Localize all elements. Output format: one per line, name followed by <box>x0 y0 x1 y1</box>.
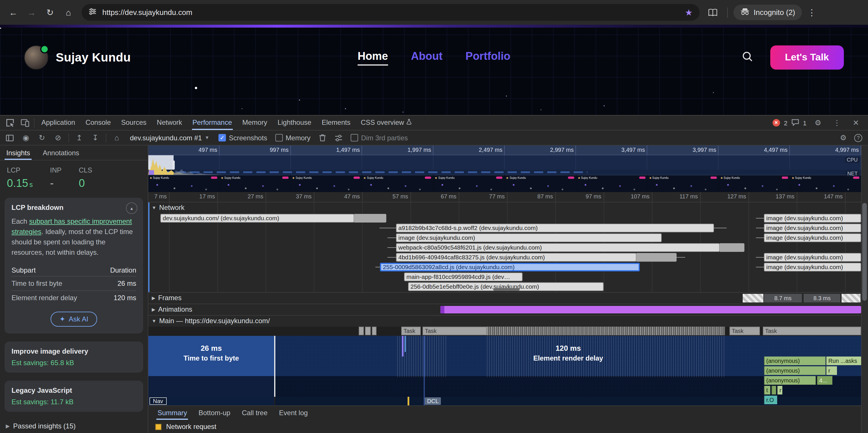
metric-lcp[interactable]: LCP 0.15s <box>7 166 33 190</box>
devtools-tab-lighthouse[interactable]: Lighthouse <box>273 116 316 130</box>
bookmark-star-icon[interactable]: ★ <box>685 7 693 18</box>
record-button[interactable]: ◉ <box>19 131 33 145</box>
devtools-tab-css-overview[interactable]: CSS overview <box>355 116 417 130</box>
live-metrics-icon[interactable]: ⌂ <box>109 131 124 145</box>
lcp-breakdown-card[interactable]: LCP breakdown ▴ Each subpart has specifi… <box>5 198 143 334</box>
filmstrip-frame[interactable]: Sujay Kundu <box>790 175 861 192</box>
idle-frame-hatch[interactable] <box>743 294 764 303</box>
search-icon[interactable] <box>742 51 753 64</box>
network-request-bar[interactable]: image (dev.sujaykundu.com) <box>764 263 861 271</box>
network-request-bar[interactable]: image (dev.sujaykundu.com) <box>764 234 861 242</box>
help-icon[interactable]: ? <box>854 134 862 142</box>
network-request-bar[interactable]: image (dev.sujaykundu.com) <box>764 253 861 261</box>
bottom-tab-call-tree[interactable]: Call tree <box>236 406 273 420</box>
flame-entry[interactable]: t <box>764 386 770 395</box>
network-request-bar[interactable]: image (dev.sujaykundu.com) <box>764 224 861 232</box>
flame-entry[interactable]: (anonymous) <box>764 366 826 375</box>
load-profile-icon[interactable]: ↥ <box>72 131 87 145</box>
avatar[interactable] <box>24 45 48 69</box>
address-bar[interactable]: https://dev.sujaykundu.com ★ <box>82 4 700 21</box>
devtools-tab-application[interactable]: Application <box>36 116 80 130</box>
insight-card-legacy-js[interactable]: Legacy JavaScript Est savings: 11.7 kB <box>5 381 143 412</box>
frame-duration-box[interactable]: 8.3 ms <box>804 294 840 303</box>
vertical-scrollbar[interactable] <box>861 146 868 433</box>
animations-track-header[interactable]: ▶ Animations <box>152 305 192 313</box>
overview-dim-region[interactable] <box>174 155 861 175</box>
filmstrip-frame[interactable]: Sujay Kundu <box>434 175 504 192</box>
tab-annotations[interactable]: Annotations <box>36 146 86 160</box>
metric-inp[interactable]: INP - <box>50 166 62 190</box>
tab-insights[interactable]: Insights <box>0 146 36 160</box>
network-request-bar[interactable]: dev.sujaykundu.com/ (dev.sujaykundu.com) <box>160 214 354 222</box>
throttling-icon[interactable] <box>331 131 346 145</box>
passed-insights-toggle[interactable]: ▶ Passed insights (15) <box>0 419 148 433</box>
memory-checkbox[interactable]: Memory <box>272 134 314 142</box>
side-panel-icon[interactable] <box>704 4 721 21</box>
filmstrip-frame[interactable]: Sujay Kundu <box>291 175 362 192</box>
browser-menu-kebab-icon[interactable]: ⋮ <box>803 4 820 21</box>
devtools-tab-performance[interactable]: Performance <box>187 116 237 130</box>
metric-cls[interactable]: CLS 0 <box>79 166 92 190</box>
issues-icon[interactable] <box>792 118 799 128</box>
device-toolbar-icon[interactable] <box>17 116 32 130</box>
dcl-marker[interactable]: DCL <box>425 397 441 405</box>
filmstrip-frame[interactable]: Sujay Kundu <box>719 175 790 192</box>
horizontal-scrollbar-thumb[interactable] <box>493 288 520 291</box>
session-selector[interactable]: dev.sujaykundu.com #1 ▼ <box>125 134 214 142</box>
animation-bar[interactable] <box>440 306 861 313</box>
save-profile-icon[interactable]: ↧ <box>88 131 103 145</box>
filmstrip-frame[interactable]: Sujay Kundu <box>648 175 718 192</box>
lets-talk-button[interactable]: Let's Talk <box>770 45 844 69</box>
bottom-tab-summary[interactable]: Summary <box>152 406 193 420</box>
checkbox-unchecked-icon[interactable] <box>351 134 358 142</box>
main-thread-flamechart[interactable]: TaskTaskTaskTask 26 ms Time to first byt… <box>148 327 861 405</box>
network-request-bar[interactable]: image (dev.sujaykundu.com) <box>396 234 662 242</box>
checkbox-unchecked-icon[interactable] <box>275 134 283 142</box>
home-button[interactable]: ⌂ <box>60 4 77 21</box>
filmstrip-frame[interactable]: Sujay Kundu <box>220 175 290 192</box>
garbage-collect-icon[interactable] <box>315 131 330 145</box>
site-settings-icon[interactable] <box>89 7 97 18</box>
record-and-reload-button[interactable]: ↻ <box>34 131 50 145</box>
network-track-header[interactable]: ▼ Network <box>152 204 185 212</box>
error-icon[interactable]: ✕ <box>773 119 780 126</box>
scrollbar-thumb[interactable] <box>862 203 867 301</box>
task-bar[interactable] <box>372 327 376 335</box>
network-request-bar[interactable]: image (dev.sujaykundu.com) <box>764 214 861 222</box>
site-nav-link-portfolio[interactable]: Portfolio <box>466 50 510 65</box>
task-bar[interactable]: Task <box>401 327 421 335</box>
site-nav-link-about[interactable]: About <box>411 50 443 65</box>
task-bar[interactable]: Task <box>423 327 487 335</box>
dim-3rd-parties-checkbox[interactable]: Dim 3rd parties <box>347 134 411 142</box>
flame-entry[interactable]: (anonymous) <box>764 376 816 385</box>
selection-handle-right[interactable] <box>173 160 175 169</box>
error-count[interactable]: 2 <box>784 119 787 126</box>
insight-card-image-delivery[interactable]: Improve image delivery Est savings: 65.8… <box>5 342 143 373</box>
flame-entry[interactable]: 4... <box>817 376 832 385</box>
filmstrip-frame[interactable]: Sujay Kundu <box>505 175 576 192</box>
devtools-tab-console[interactable]: Console <box>80 116 116 130</box>
network-request-bar[interactable]: webpack-c80a509c548f6201.js (dev.sujayku… <box>396 243 720 252</box>
flame-entry[interactable]: (anonymous) <box>764 357 826 365</box>
devtools-tab-sources[interactable]: Sources <box>116 116 152 130</box>
inspect-element-icon[interactable] <box>2 116 17 130</box>
bottom-tab-bottom-up[interactable]: Bottom-up <box>193 406 236 420</box>
flame-entry[interactable]: Run ...asks <box>826 357 861 365</box>
filmstrip-frame[interactable]: Sujay Kundu <box>576 175 647 192</box>
reload-button[interactable]: ↻ <box>41 4 59 21</box>
collapse-chevron-icon[interactable]: ▴ <box>126 203 137 214</box>
forward-button[interactable]: → <box>23 4 40 21</box>
toggle-sidebar-icon[interactable] <box>2 131 17 145</box>
screenshots-checkbox[interactable]: Screenshots <box>215 134 271 142</box>
devtools-close-icon[interactable]: ✕ <box>848 116 863 130</box>
selection-handle-left[interactable] <box>148 160 151 169</box>
network-request-bar[interactable]: a9182b9b43c7c68d-s.p.woff2 (dev.sujaykun… <box>396 224 714 232</box>
nav-marker[interactable]: Nav <box>150 397 167 405</box>
network-request-bar[interactable]: 4bd1b696-409494caf8c83275.js (dev.sujayk… <box>396 253 636 261</box>
back-button[interactable]: ← <box>5 4 22 21</box>
task-bar[interactable]: Task <box>763 327 861 335</box>
filmstrip-frame[interactable]: Sujay Kundu <box>363 175 433 192</box>
main-track-header[interactable]: ▼ Main — https://dev.sujaykundu.com/ <box>152 317 270 325</box>
frame-duration-box[interactable]: 8.7 ms <box>764 294 802 303</box>
task-bar[interactable]: Task <box>730 327 760 335</box>
